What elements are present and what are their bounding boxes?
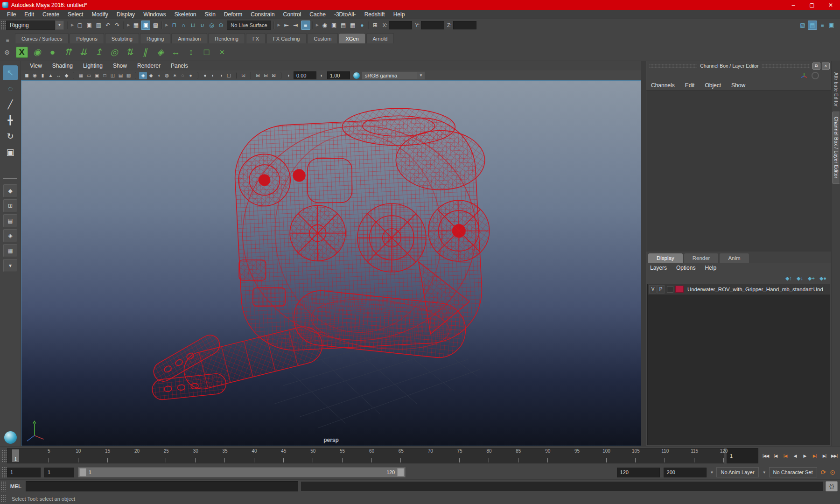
collapse-arrow-icon[interactable]: ▶: [276, 23, 281, 27]
panel-toolbar-icon[interactable]: □: [101, 72, 109, 79]
viewport-3d-view[interactable]: persp: [21, 80, 641, 446]
range-start-handle[interactable]: [79, 468, 86, 476]
shelf-tool-icon[interactable]: ⇊: [76, 45, 91, 59]
drag-handle[interactable]: [762, 64, 810, 68]
menu-item[interactable]: Help: [389, 11, 409, 18]
menu-item[interactable]: Cache: [305, 11, 330, 18]
playback-button[interactable]: |◀: [770, 454, 780, 458]
panel-toolbar-icon[interactable]: ⊠: [270, 72, 278, 79]
playback-start-field[interactable]: 1: [44, 468, 74, 477]
shelf-tab[interactable]: Sculpting: [105, 33, 139, 43]
layout-button[interactable]: ▦: [3, 244, 17, 257]
snap-icon[interactable]: ⊔: [189, 21, 197, 29]
panel-menu-item[interactable]: Show: [108, 63, 132, 69]
shelf-tool-icon[interactable]: ●: [45, 45, 60, 59]
shelf-tab[interactable]: FX Caching: [266, 33, 306, 43]
layout-button[interactable]: ▤: [3, 214, 17, 227]
exposure-field[interactable]: 0.00: [294, 71, 316, 79]
playback-button[interactable]: |◀: [780, 454, 790, 458]
render-icon[interactable]: ▦: [349, 21, 357, 29]
layer-name[interactable]: Underwater_ROV_with_Gripper_Hand_mb_stan…: [687, 287, 823, 292]
layer-playback-toggle[interactable]: P: [657, 285, 665, 294]
selection-mode-icon[interactable]: ▩: [151, 21, 160, 29]
layout-button[interactable]: ▾: [3, 259, 17, 272]
animation-end-field[interactable]: 200: [664, 468, 707, 477]
current-frame-marker[interactable]: 1: [12, 449, 19, 462]
panel-menu-item[interactable]: Renderer: [132, 63, 166, 69]
shelf-tab[interactable]: Custom: [308, 33, 338, 43]
panel-toolbar-icon[interactable]: ◈: [139, 72, 147, 79]
coordinate-input[interactable]: [421, 21, 444, 29]
tool-icon[interactable]: ↖: [3, 65, 18, 80]
current-frame-field[interactable]: 1: [727, 448, 758, 463]
panel-toolbar-icon[interactable]: ◐: [209, 72, 217, 79]
render-icon[interactable]: ▣: [330, 21, 338, 29]
panel-toolbar-icon[interactable]: ◉: [31, 72, 39, 79]
shelf-tab[interactable]: Curves / Surfaces: [15, 33, 69, 43]
panel-toolbar-icon[interactable]: ◫: [109, 72, 117, 79]
color-management-icon[interactable]: [353, 72, 360, 79]
layer-tool-icon[interactable]: ◆+: [808, 275, 815, 281]
shelf-tool-icon[interactable]: ↕: [184, 45, 198, 59]
coordinate-input[interactable]: [453, 21, 476, 29]
auto-keyframe-icon[interactable]: ⟳: [821, 469, 826, 476]
range-end-handle[interactable]: [397, 468, 404, 476]
menuset-select[interactable]: Rigging: [6, 21, 55, 30]
panel-toolbar-icon[interactable]: ◍: [163, 72, 171, 79]
panel-toolbar-icon[interactable]: ●: [201, 72, 209, 79]
coordinate-input[interactable]: [389, 21, 412, 29]
snap-icon[interactable]: ⊙: [217, 21, 225, 29]
layout-button[interactable]: ◆: [3, 184, 17, 197]
menu-item[interactable]: Select: [63, 11, 87, 18]
layout-button[interactable]: ◈: [3, 229, 17, 242]
panel-toolbar-icon[interactable]: [278, 72, 281, 79]
gamma-field[interactable]: 1.00: [327, 71, 350, 79]
panel-toolbar-icon[interactable]: [70, 72, 74, 79]
panel-toolbar-icon[interactable]: ∗: [171, 72, 179, 79]
playback-button[interactable]: ▶▶|: [829, 454, 839, 458]
menu-item[interactable]: Windows: [139, 11, 170, 18]
gamma-icon[interactable]: ◐: [318, 72, 326, 79]
shelf-tool-icon[interactable]: ⇅: [122, 45, 137, 59]
shelf-tab[interactable]: Rigging: [140, 33, 170, 43]
layer-editor-menu-item[interactable]: Layers: [650, 265, 667, 271]
panel-toolbar-icon[interactable]: [195, 72, 198, 79]
tool-icon[interactable]: ▣: [3, 145, 18, 160]
panel-toolbar-icon[interactable]: ●: [187, 72, 195, 79]
menu-item[interactable]: Create: [38, 11, 63, 18]
drag-handle[interactable]: [649, 64, 697, 68]
layer-visibility-toggle[interactable]: V: [649, 285, 657, 294]
close-icon[interactable]: ×: [822, 63, 830, 70]
menu-item[interactable]: File: [3, 11, 20, 18]
channel-box-menu-item[interactable]: Edit: [685, 82, 695, 89]
panel-toolbar-icon[interactable]: ⊡: [239, 72, 247, 79]
playback-range-slider[interactable]: 1 120: [78, 467, 406, 477]
chevron-down-icon[interactable]: ▼: [763, 470, 766, 475]
shelf-tool-icon[interactable]: ◈: [153, 45, 168, 59]
panel-toolbar-icon[interactable]: ▣: [93, 72, 101, 79]
playback-button[interactable]: ▶: [800, 454, 810, 458]
panel-toolbar-icon[interactable]: ▤: [117, 72, 125, 79]
shelf-tool-icon[interactable]: ⇈: [61, 45, 75, 59]
animation-preferences-icon[interactable]: ⊙: [830, 469, 835, 476]
layer-tool-icon[interactable]: ◆↑: [785, 275, 792, 281]
panel-toolbar-icon[interactable]: ◆: [147, 72, 155, 79]
panel-menu-item[interactable]: Panels: [166, 63, 193, 69]
render-icon[interactable]: ●: [358, 21, 366, 29]
shelf-tool-icon[interactable]: ◉: [30, 45, 44, 59]
panel-toolbar-icon[interactable]: ▭: [85, 72, 93, 79]
sidebar-vertical-tab[interactable]: Channel Box / Layer Editor: [832, 112, 840, 184]
shelf-tool-icon[interactable]: ↥: [91, 45, 106, 59]
color-management-select[interactable]: sRGB gamma ▼: [362, 71, 425, 80]
panel-toolbar-icon[interactable]: ▲: [47, 72, 55, 79]
shelf-tab[interactable]: Polygons: [70, 33, 104, 43]
channel-box-menu-item[interactable]: Channels: [651, 82, 675, 89]
sidebar-toggle-icon[interactable]: ≡: [818, 21, 826, 29]
playback-button[interactable]: ▶|: [810, 454, 819, 458]
layer-editor-tab[interactable]: Render: [684, 253, 719, 263]
shelf-tab[interactable]: Arnold: [366, 33, 394, 43]
shelf-tab[interactable]: Animation: [171, 33, 207, 43]
panel-toolbar-icon[interactable]: [133, 72, 136, 79]
tool-icon[interactable]: ↻: [3, 129, 18, 144]
render-icon[interactable]: ▤: [339, 21, 348, 29]
